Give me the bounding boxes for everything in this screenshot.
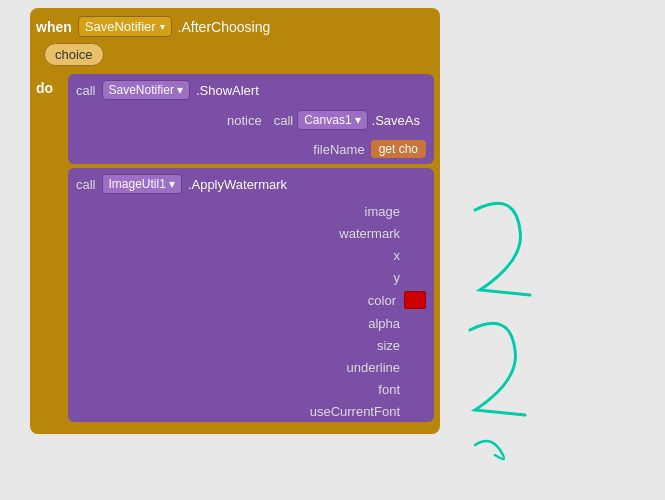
param-label-alpha: alpha (368, 316, 400, 331)
params-container: imagewatermarkxycoloralphasizeunderlinef… (68, 200, 434, 422)
param-label-color: color (368, 293, 396, 308)
show-alert-header: call SaveNotifier ▾ .ShowAlert (68, 74, 434, 106)
canvas1-arrow: ▾ (355, 113, 361, 127)
apply-watermark-header: call ImageUtil1 ▾ .ApplyWatermark (68, 168, 434, 200)
param-row-useCurrentFont: useCurrentFont (68, 400, 434, 422)
filename-label: fileName (313, 142, 364, 157)
save-notifier-arrow: ▾ (160, 21, 165, 32)
save-notifier-component-pill[interactable]: SaveNotifier ▾ (102, 80, 190, 100)
canvas1-component-pill[interactable]: Canvas1 ▾ (297, 110, 367, 130)
param-row-y: y (68, 266, 434, 288)
param-placeholder-useCurrentFont (408, 403, 426, 419)
do-row: do call SaveNotifier ▾ .ShowAlert noti (36, 74, 434, 422)
param-label-useCurrentFont: useCurrentFont (310, 404, 400, 419)
imageutil-component-pill[interactable]: ImageUtil1 ▾ (102, 174, 182, 194)
get-cho-pill[interactable]: get cho (371, 140, 426, 158)
param-label-size: size (377, 338, 400, 353)
param-placeholder-size (408, 337, 426, 353)
after-choosing-label: .AfterChoosing (178, 19, 271, 35)
call-label-2: call (274, 113, 294, 128)
param-row-color: color (68, 288, 434, 312)
when-label: when (36, 19, 72, 35)
param-placeholder-image (408, 203, 426, 219)
canvas1-component-label: Canvas1 (304, 113, 351, 127)
call-label-3: call (76, 177, 96, 192)
show-alert-method-label: .ShowAlert (196, 83, 259, 98)
apply-watermark-block: call ImageUtil1 ▾ .ApplyWatermark imagew… (68, 168, 434, 422)
param-row-alpha: alpha (68, 312, 434, 334)
choice-pill: choice (44, 43, 104, 66)
imageutil-component-label: ImageUtil1 (109, 177, 166, 191)
param-row-underline: underline (68, 356, 434, 378)
do-label: do (36, 80, 64, 96)
imageutil-arrow: ▾ (169, 177, 175, 191)
param-placeholder-underline (408, 359, 426, 375)
call-label-1: call (76, 83, 96, 98)
save-notifier-pill[interactable]: SaveNotifier ▾ (78, 16, 172, 37)
outer-block: when SaveNotifier ▾ .AfterChoosing choic… (30, 8, 440, 434)
param-label-underline: underline (347, 360, 401, 375)
param-row-x: x (68, 244, 434, 266)
param-label-image: image (365, 204, 400, 219)
purple-blocks: call SaveNotifier ▾ .ShowAlert notice ca… (68, 74, 434, 422)
param-label-font: font (378, 382, 400, 397)
show-alert-block: call SaveNotifier ▾ .ShowAlert notice ca… (68, 74, 434, 164)
save-notifier-label: SaveNotifier (85, 19, 156, 34)
color-swatch[interactable] (404, 291, 426, 309)
canvas-saveas-block: call Canvas1 ▾ .SaveAs (268, 108, 426, 132)
param-row-watermark: watermark (68, 222, 434, 244)
param-placeholder-watermark (408, 225, 426, 241)
param-placeholder-y (408, 269, 426, 285)
param-row-size: size (68, 334, 434, 356)
param-placeholder-alpha (408, 315, 426, 331)
param-label-y: y (394, 270, 401, 285)
show-alert-component-label: SaveNotifier (109, 83, 174, 97)
param-label-watermark: watermark (339, 226, 400, 241)
param-row-image: image (68, 200, 434, 222)
notice-row: notice call Canvas1 ▾ .SaveAs (68, 106, 434, 138)
show-alert-component-arrow: ▾ (177, 83, 183, 97)
get-cho-label: get cho (379, 142, 418, 156)
filename-row: fileName get cho (68, 138, 434, 164)
apply-watermark-method-label: .ApplyWatermark (188, 177, 287, 192)
param-placeholder-font (408, 381, 426, 397)
annotation-svg (420, 180, 660, 490)
save-as-method-label: .SaveAs (372, 113, 420, 128)
param-label-x: x (394, 248, 401, 263)
canvas-area: when SaveNotifier ▾ .AfterChoosing choic… (0, 0, 665, 500)
param-placeholder-x (408, 247, 426, 263)
param-row-font: font (68, 378, 434, 400)
notice-label: notice (227, 113, 262, 128)
when-row: when SaveNotifier ▾ .AfterChoosing (36, 16, 434, 37)
